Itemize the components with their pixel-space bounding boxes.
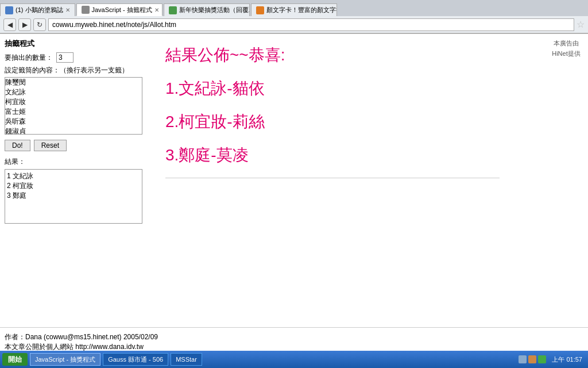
taskbar-right: 上午 01:57 (519, 355, 586, 364)
address-bar[interactable] (48, 18, 574, 31)
sidebar-ad-text: 本廣告由HiNet提供 (552, 40, 581, 57)
page-content: 抽籤程式 要抽出的數量： 設定籤筒的內容：（換行表示另一支籤） Do! Rese… (0, 34, 588, 321)
bookmark-star-icon[interactable]: ☆ (577, 19, 585, 30)
tray-icon-2 (528, 355, 536, 363)
tray-icon-1 (519, 355, 527, 363)
forward-button[interactable]: ▶ (18, 18, 31, 31)
system-tray-icons (519, 355, 546, 363)
results-textarea[interactable] (5, 169, 142, 224)
tab-2[interactable]: JavaScript - 抽籤程式 ✕ (76, 3, 163, 16)
left-panel: 抽籤程式 要抽出的數量： 設定籤筒的內容：（換行表示另一支籤） Do! Rese… (5, 39, 154, 317)
tab-label-1: (1) 小鵝的塗鴉誌 (16, 6, 63, 14)
divider (165, 178, 500, 178)
taskbar-label-1: Gauss 縣市通 - 506 (108, 355, 163, 364)
taskbar-label-0: JavaScript - 抽獎程式 (35, 355, 95, 364)
right-panel: 結果公佈~~恭喜: 1.文紀詠-貓依 2.柯宜妝-莉絲 3.鄭庭-莫凌 本廣告由… (154, 39, 583, 317)
back-button[interactable]: ◀ (3, 18, 16, 31)
tab-bar: (1) 小鵝的塗鴉誌 ✕ JavaScript - 抽籤程式 ✕ 新年快樂抽獎活… (0, 0, 588, 16)
author-line-1: 作者：Dana (cowwu@ms15.hinet.net) 2005/02/0… (5, 332, 583, 342)
tab-label-4: 顏文字卡！豐富的顏文字書 (266, 6, 337, 14)
browser-chrome: (1) 小鵝的塗鴉誌 ✕ JavaScript - 抽籤程式 ✕ 新年快樂抽獎活… (0, 0, 588, 34)
tab-1[interactable]: (1) 小鵝的塗鴉誌 ✕ (0, 3, 75, 16)
taskbar-item-2[interactable]: MSStar (171, 353, 202, 366)
reset-button[interactable]: Reset (34, 140, 67, 151)
tab-close-1[interactable]: ✕ (65, 7, 70, 13)
tab-label-2: JavaScript - 抽籤程式 (92, 6, 152, 14)
start-button[interactable]: 開始 (2, 353, 28, 366)
do-button[interactable]: Do! (5, 140, 30, 151)
section-title: 抽籤程式 (5, 39, 148, 49)
clock: 上午 01:57 (548, 355, 586, 364)
count-label: 要抽出的數量： (5, 53, 53, 63)
tab-favicon-3 (169, 6, 177, 14)
button-row: Do! Reset (5, 140, 148, 151)
result-item-1: 1.文紀詠-貓依 (165, 78, 583, 99)
taskbar-item-1[interactable]: Gauss 縣市通 - 506 (103, 353, 168, 366)
tray-icon-3 (538, 355, 546, 363)
taskbar: 開始 JavaScript - 抽獎程式 Gauss 縣市通 - 506 MSS… (0, 351, 588, 368)
names-textarea[interactable] (5, 77, 142, 135)
tab-close-2[interactable]: ✕ (154, 7, 159, 13)
taskbar-label-2: MSStar (176, 356, 197, 363)
announcement-heading: 結果公佈~~恭喜: (165, 44, 583, 66)
result-item-3: 3.鄭庭-莫凌 (165, 144, 583, 166)
nav-bar: ◀ ▶ ↻ ☆ (0, 16, 588, 33)
tab-favicon-2 (82, 6, 90, 14)
result-item-2: 2.柯宜妝-莉絲 (165, 111, 583, 133)
results-label: 結果： (5, 157, 148, 167)
refresh-button[interactable]: ↻ (33, 18, 46, 31)
tab-4[interactable]: 顏文字卡！豐富的顏文字書 ✕ (251, 3, 337, 16)
taskbar-item-0[interactable]: JavaScript - 抽獎程式 (30, 353, 100, 366)
tab-3[interactable]: 新年快樂抽獎活動（回覆...) ✕ (164, 3, 250, 16)
right-sidebar: 本廣告由HiNet提供 (549, 39, 583, 59)
count-input[interactable] (56, 52, 74, 63)
tab-favicon-1 (5, 6, 13, 14)
count-row: 要抽出的數量： (5, 52, 148, 63)
names-label: 設定籤筒的內容：（換行表示另一支籤） (5, 66, 148, 75)
tab-label-3: 新年快樂抽獎活動（回覆...) (179, 6, 250, 14)
tab-favicon-4 (256, 6, 264, 14)
